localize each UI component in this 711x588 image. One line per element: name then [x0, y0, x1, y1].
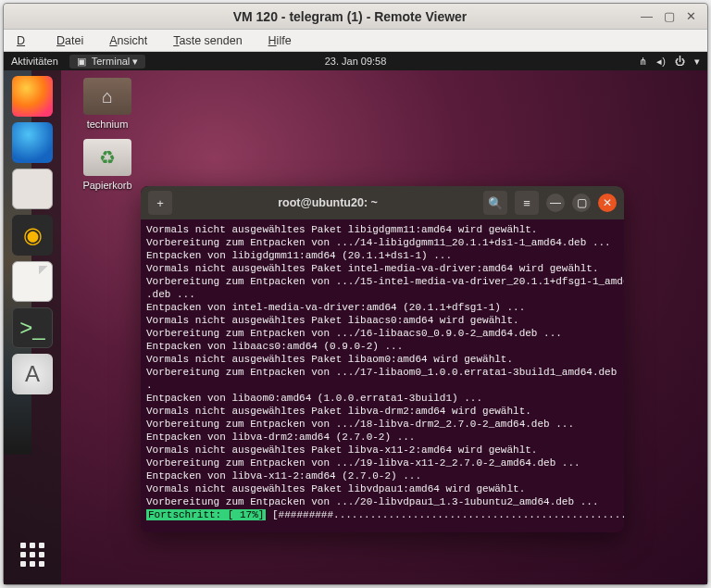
- trash-icon: ♻: [83, 139, 131, 176]
- terminal-close-button[interactable]: ✕: [598, 194, 617, 212]
- dock-rhythmbox[interactable]: ◉: [12, 215, 53, 256]
- dock-show-apps[interactable]: [12, 534, 53, 575]
- dock-libreoffice[interactable]: [12, 261, 53, 302]
- menu-send-key[interactable]: Taste senden: [162, 32, 253, 49]
- new-tab-button[interactable]: +: [148, 191, 172, 215]
- remote-viewer-title: VM 120 - telegram (1) - Remote Viewer: [59, 9, 641, 24]
- desktop-folder-technium[interactable]: ⌂ technium: [70, 78, 144, 130]
- close-icon[interactable]: ✕: [686, 9, 696, 23]
- app-menu-label: Terminal ▾: [92, 56, 139, 68]
- terminal-maximize-button[interactable]: ▢: [572, 194, 591, 212]
- terminal-minimize-button[interactable]: —: [546, 194, 565, 212]
- chevron-down-icon[interactable]: ▾: [694, 56, 700, 68]
- dock-thunderbird[interactable]: [12, 122, 53, 163]
- dock-files[interactable]: [12, 169, 53, 209]
- desktop-icons: ⌂ technium ♻ Papierkorb: [70, 78, 144, 200]
- network-icon[interactable]: ⋔: [639, 56, 647, 68]
- folder-icon: ⌂: [83, 78, 131, 115]
- minimize-icon[interactable]: —: [641, 9, 653, 23]
- volume-icon[interactable]: ◂): [656, 56, 666, 68]
- menu-file[interactable]: Datei: [45, 32, 94, 49]
- maximize-icon[interactable]: ▢: [664, 9, 675, 23]
- dock-software[interactable]: A: [12, 354, 53, 394]
- menu-view[interactable]: Ansicht: [98, 32, 158, 49]
- remote-viewer-menubar: Ddocument.currentScript.previousSibling.…: [4, 30, 707, 52]
- terminal-icon: ▣: [77, 56, 86, 68]
- gnome-topbar: Aktivitäten ▣ Terminal ▾ 23. Jan 09:58 ⋔…: [4, 52, 707, 70]
- dock-firefox[interactable]: [12, 76, 53, 117]
- app-menu-chip[interactable]: ▣ Terminal ▾: [69, 55, 146, 69]
- power-icon[interactable]: ⏻: [675, 56, 685, 68]
- search-button[interactable]: 🔍: [483, 191, 507, 215]
- terminal-window: + root@ubuntu20: ~ 🔍 ≡ — ▢ ✕ Vormals nic…: [141, 186, 624, 532]
- clock[interactable]: 23. Jan 09:58: [325, 56, 387, 67]
- guest-desktop: Aktivitäten ▣ Terminal ▾ 23. Jan 09:58 ⋔…: [4, 52, 707, 584]
- terminal-body[interactable]: Vormals nicht ausgewähltes Paket libigdg…: [141, 219, 624, 532]
- terminal-title: root@ubuntu20: ~: [180, 196, 476, 209]
- remote-viewer-window: VM 120 - telegram (1) - Remote Viewer — …: [3, 3, 708, 585]
- desktop-trash[interactable]: ♻ Papierkorb: [70, 139, 144, 191]
- remote-viewer-titlebar: VM 120 - telegram (1) - Remote Viewer — …: [4, 4, 707, 30]
- desktop-folder-label: technium: [70, 119, 144, 130]
- dock: ◉ >_ A: [4, 70, 61, 584]
- activities-button[interactable]: Aktivitäten: [11, 56, 58, 67]
- menu-help[interactable]: Hilfe: [257, 32, 303, 49]
- menu-file[interactable]: Ddocument.currentScript.previousSibling.…: [11, 32, 42, 49]
- desktop-trash-label: Papierkorb: [70, 180, 144, 191]
- terminal-titlebar: + root@ubuntu20: ~ 🔍 ≡ — ▢ ✕: [141, 186, 624, 219]
- dock-terminal[interactable]: >_: [12, 307, 53, 348]
- hamburger-menu-button[interactable]: ≡: [515, 191, 539, 215]
